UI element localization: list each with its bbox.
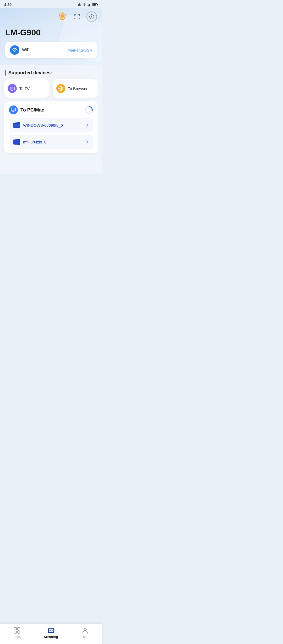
wifi-status-icon (82, 3, 86, 7)
svg-rect-16 (10, 87, 14, 90)
svg-point-24 (91, 109, 93, 111)
svg-marker-14 (91, 17, 92, 18)
to-tv-label: To TV (19, 86, 30, 91)
compass-icon (89, 14, 94, 19)
svg-rect-6 (97, 4, 98, 5)
pc-device-left-1: WINDOWS-68698I8_0 (13, 122, 63, 129)
svg-rect-0 (88, 5, 88, 7)
pc-mac-label: To PC/Mac (20, 107, 44, 113)
wifi-icon-wrap (10, 45, 19, 55)
svg-rect-3 (90, 5, 90, 6)
tv-icon (10, 86, 15, 91)
browser-icon-wrap (56, 84, 65, 93)
pc-device-name-1: WINDOWS-68698I8_0 (23, 123, 63, 127)
windows-icon-2 (13, 138, 20, 145)
supported-devices-title: Supported devices: (4, 65, 98, 79)
pc-device-name-2: mf-liuruizhi_0 (23, 140, 46, 144)
notification-icon (78, 3, 81, 7)
status-time: 4:39 (4, 3, 12, 7)
signal-icon (88, 3, 91, 7)
loading-spinner-icon (85, 106, 93, 114)
play-icon-2 (85, 140, 89, 144)
to-browser-label: To Browser (68, 86, 88, 91)
browser-icon (58, 86, 63, 91)
pc-device-item-1[interactable]: WINDOWS-68698I8_0 (9, 118, 93, 132)
svg-rect-1 (89, 4, 89, 6)
status-icons (78, 3, 98, 7)
to-browser-card[interactable]: To Browser (53, 79, 98, 98)
pc-icon-wrap (9, 106, 18, 114)
wifi-label: WiFi (22, 48, 30, 52)
device-cards-row: To TV To Browser (4, 79, 98, 98)
svg-marker-25 (86, 124, 88, 127)
battery-icon (92, 3, 98, 6)
pc-mac-card: To PC/Mac WINDOWS-6869 (4, 101, 98, 153)
tv-icon-wrap (8, 84, 17, 93)
pc-icon (11, 108, 16, 112)
svg-marker-26 (86, 141, 88, 143)
pc-mac-header: To PC/Mac (9, 106, 93, 114)
svg-point-15 (14, 51, 15, 52)
wifi-info-left: WiFi (10, 45, 30, 55)
wifi-icon (12, 48, 17, 52)
pc-device-item-2[interactable]: mf-liuruizhi_0 (9, 135, 93, 149)
svg-marker-13 (91, 15, 92, 17)
play-icon-1 (85, 123, 89, 127)
main-content: Supported devices: To TV (0, 65, 102, 174)
to-tv-card[interactable]: To TV (4, 79, 50, 98)
svg-point-20 (12, 88, 13, 89)
status-bar: 4:39 (0, 0, 102, 8)
svg-rect-4 (91, 3, 91, 6)
windows-logo-icon-2 (13, 139, 20, 145)
pc-device-left-2: mf-liuruizhi_0 (13, 138, 46, 145)
svg-rect-22 (11, 108, 15, 111)
svg-rect-7 (93, 4, 96, 5)
pc-mac-left: To PC/Mac (9, 106, 44, 114)
svg-rect-2 (89, 4, 90, 6)
windows-icon-1 (13, 122, 20, 129)
header-area: LM-G900 WiFi MaiFeng-SSR (0, 8, 102, 65)
windows-logo-icon-1 (13, 122, 20, 128)
